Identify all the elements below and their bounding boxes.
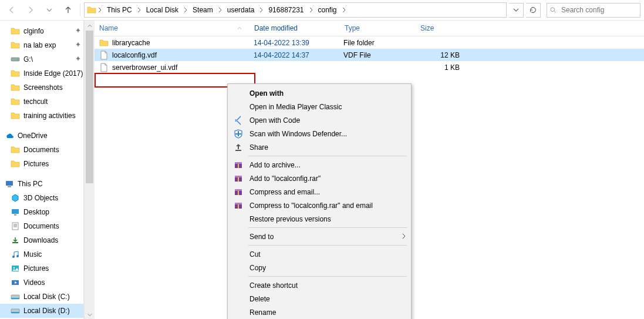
refresh-button[interactable] <box>526 3 541 18</box>
menu-item[interactable]: Cut <box>230 247 409 261</box>
menu-item[interactable]: Scan with Windows Defender... <box>230 127 409 140</box>
breadcrumb-segment[interactable]: config <box>315 3 340 17</box>
menu-item-label: Rename <box>249 308 409 317</box>
menu-item-label: Compress and email... <box>249 188 409 196</box>
breadcrumb-segment[interactable]: This PC <box>103 3 136 17</box>
column-name[interactable]: Name <box>95 21 249 36</box>
scroll-down-icon[interactable] <box>85 310 95 319</box>
file-type: VDF File <box>343 51 371 59</box>
lib-music-icon <box>11 250 20 259</box>
sidebar-item[interactable]: Pictures <box>0 157 83 171</box>
sidebar-item[interactable]: techcult <box>0 95 83 109</box>
menu-item[interactable]: Send to <box>230 230 409 243</box>
sidebar-item[interactable]: Music <box>0 247 83 261</box>
lib-dl-icon <box>11 236 20 245</box>
nav-forward-button[interactable] <box>22 2 39 18</box>
nav-history-button[interactable] <box>41 2 58 18</box>
svg-rect-24 <box>235 176 242 177</box>
sidebar-item-label: Downloads <box>23 236 58 244</box>
menu-item[interactable]: Open with Code <box>230 113 409 127</box>
folder-icon <box>11 159 20 169</box>
sidebar-item[interactable]: Documents <box>0 219 83 233</box>
sidebar-item-label: Desktop <box>23 208 49 216</box>
sidebar-item[interactable]: Videos <box>0 276 83 290</box>
navigation-pane: clginfona lab expG:\Inside Edge (2017)Sc… <box>0 21 84 319</box>
menu-item-label: Add to archive... <box>249 161 409 169</box>
menu-item[interactable]: Compress to "localconfig.rar" and email <box>230 199 409 212</box>
onedrive-icon <box>5 131 14 140</box>
sidebar-item-thispc[interactable]: This PC <box>0 177 83 191</box>
search-input[interactable] <box>560 5 638 15</box>
sidebar-item[interactable]: Desktop <box>0 205 83 219</box>
file-date: 14-04-2022 14:37 <box>254 51 309 59</box>
column-type[interactable]: Type <box>340 21 416 36</box>
nav-scrollbar[interactable] <box>84 21 95 319</box>
sidebar-item[interactable]: Local Disk (C:) <box>0 290 83 304</box>
svg-point-2 <box>17 59 18 60</box>
chevron-right-icon <box>97 3 102 17</box>
breadcrumb-segment[interactable]: 916887231 <box>265 3 307 17</box>
folder-icon <box>99 38 109 48</box>
file-size: 12 KB <box>440 51 460 59</box>
sidebar-item-onedrive[interactable]: OneDrive <box>0 129 83 143</box>
sidebar-item[interactable]: training activities <box>0 109 83 123</box>
sidebar-item[interactable]: Downloads <box>0 233 83 247</box>
menu-item-label: Delete <box>249 295 409 303</box>
menu-item-label: Restore previous versions <box>249 215 409 223</box>
breadcrumb-segment[interactable]: Steam <box>189 3 217 17</box>
menu-item-label: Cut <box>249 250 409 258</box>
table-row[interactable]: localconfig.vdf14-04-2022 14:37VDF File1… <box>95 49 644 61</box>
breadcrumb-segment[interactable]: userdata <box>224 3 258 17</box>
sidebar-item-label: training activities <box>23 112 76 120</box>
scroll-thumb[interactable] <box>86 31 93 183</box>
nav-back-button[interactable] <box>4 2 20 18</box>
vscode-icon <box>232 116 245 125</box>
file-type: File folder <box>343 39 375 47</box>
sidebar-item[interactable]: 3D Objects <box>0 191 83 205</box>
chevron-right-icon <box>342 3 346 17</box>
menu-item[interactable]: Delete <box>230 292 409 305</box>
menu-item[interactable]: Compress and email... <box>230 185 409 199</box>
column-size[interactable]: Size <box>416 21 462 36</box>
chevron-right-icon <box>183 3 188 17</box>
address-bar[interactable]: This PCLocal DiskSteamuserdata916887231c… <box>84 2 507 18</box>
sidebar-item-label: Pictures <box>23 264 49 273</box>
sidebar-item[interactable]: Documents <box>0 143 83 157</box>
sidebar-item[interactable]: clginfo <box>0 24 83 38</box>
lib-videos-icon <box>11 278 20 287</box>
sidebar-item[interactable]: Local Disk (D:) <box>0 304 83 318</box>
menu-item-label: Compress to "localconfig.rar" and email <box>249 202 409 210</box>
sidebar-item[interactable]: Pictures <box>0 261 83 276</box>
breadcrumb-segment[interactable]: Local Disk <box>143 3 182 17</box>
sidebar-item[interactable]: na lab exp <box>0 38 83 52</box>
menu-item[interactable]: Rename <box>230 305 409 319</box>
menu-item[interactable]: Add to archive... <box>230 158 409 172</box>
menu-item[interactable]: Copy <box>230 261 409 274</box>
scroll-up-icon[interactable] <box>85 21 95 31</box>
sidebar-item[interactable]: Screenshots <box>0 80 83 95</box>
menu-item[interactable]: Share <box>230 140 409 154</box>
menu-item-label: Open with Code <box>249 116 409 125</box>
menu-item[interactable]: Open with <box>230 86 409 100</box>
menu-separator <box>248 156 407 156</box>
menu-item[interactable]: Create shortcut <box>230 278 409 292</box>
menu-item[interactable]: Add to "localconfig.rar" <box>230 172 409 185</box>
address-dropdown-button[interactable] <box>509 3 524 18</box>
winrar-icon <box>232 174 245 183</box>
svg-point-9 <box>12 256 15 258</box>
sidebar-item-label: Music <box>23 250 42 258</box>
sidebar-item[interactable]: G:\ <box>0 52 83 66</box>
column-date-label: Date modified <box>254 24 298 32</box>
toolbar-separator <box>80 4 80 16</box>
table-row[interactable]: librarycache14-04-2022 13:39File folder <box>95 36 644 49</box>
sidebar-item[interactable]: Inside Edge (2017) <box>0 66 83 80</box>
search-box[interactable] <box>547 3 640 18</box>
column-date[interactable]: Date modified <box>249 21 340 36</box>
menu-item[interactable]: Restore previous versions <box>230 212 409 226</box>
svg-rect-19 <box>235 133 241 135</box>
file-name: localconfig.vdf <box>112 51 157 59</box>
table-row[interactable]: serverbrowser_ui.vdf1 KB <box>95 61 644 73</box>
pin-icon <box>75 41 81 49</box>
menu-item[interactable]: Open in Media Player Classic <box>230 100 409 113</box>
nav-up-button[interactable] <box>60 2 76 18</box>
